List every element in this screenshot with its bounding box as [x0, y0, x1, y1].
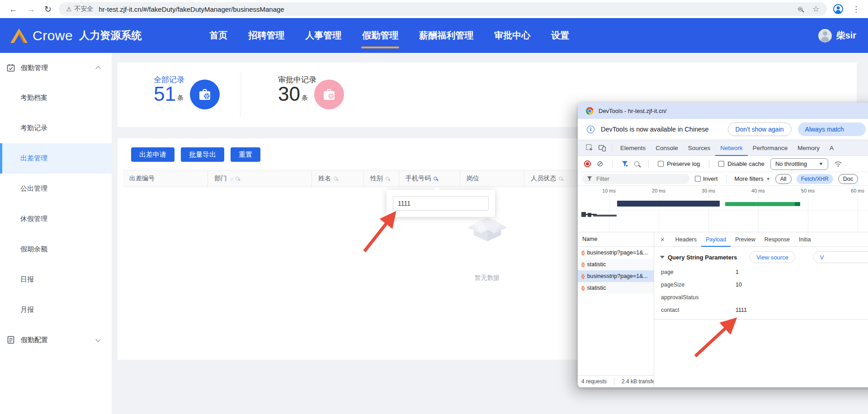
filter-type-fetch-xhr[interactable]: Fetch/XHR: [797, 174, 833, 184]
filter-type-all[interactable]: All: [775, 174, 792, 184]
preserve-log-label: Preserve log: [667, 160, 700, 167]
clear-icon[interactable]: ⊘: [597, 160, 603, 168]
col-phone-label: 手机号码: [406, 174, 431, 183]
document-icon: [6, 335, 15, 344]
phone-filter-input[interactable]: [393, 196, 489, 211]
address-bar[interactable]: ⚠ 不安全 hr-test.zjf-it.cn/#/fakeDuty/fakeD…: [59, 2, 827, 16]
filter-type-doc[interactable]: Doc: [838, 174, 858, 184]
search-icon[interactable]: [634, 161, 639, 166]
throttling-select[interactable]: No throttling ▼: [770, 158, 828, 170]
devtools-tabbar: Elements Console Sources Network Perform…: [578, 140, 868, 156]
sort-icon[interactable]: ↓↑: [230, 176, 233, 181]
request-row[interactable]: {} businesstrip?page=1&...: [578, 247, 654, 259]
collapse-caret-icon[interactable]: [660, 256, 665, 259]
chrome-profile-icon[interactable]: [833, 4, 843, 14]
dont-show-again-button[interactable]: Don't show again: [728, 122, 792, 136]
browser-menu-icon[interactable]: ⋮: [852, 5, 860, 14]
request-name-header[interactable]: Name: [578, 232, 654, 247]
tab-application[interactable]: A: [825, 140, 839, 156]
request-row[interactable]: {} statistic: [578, 282, 654, 294]
sidebar-group-attendance[interactable]: 假勤管理: [0, 53, 112, 83]
close-icon[interactable]: ×: [654, 235, 671, 243]
nav-approval[interactable]: 审批中心: [494, 29, 530, 42]
stat-pending-unit: 条: [302, 94, 308, 102]
sidebar-item-daily-report[interactable]: 日报: [0, 264, 112, 295]
top-nav: 首页 招聘管理 人事管理 假勤管理 薪酬福利管理 审批中心 设置: [209, 29, 569, 42]
tab-performance[interactable]: Performance: [748, 140, 793, 156]
tab-memory[interactable]: Memory: [793, 140, 825, 156]
user-menu[interactable]: 柴sir: [818, 29, 856, 42]
always-match-button[interactable]: Always match: [798, 122, 866, 136]
nav-settings[interactable]: 设置: [551, 29, 569, 42]
request-details-panel: × Headers Payload Preview Response Initi…: [654, 232, 868, 387]
request-row-selected[interactable]: {} businesstrip?page=1&...: [578, 270, 654, 282]
column-search-icon[interactable]: [334, 177, 337, 180]
stat-total-unit: 条: [177, 94, 184, 102]
col-staff-status-label: 人员状态: [531, 174, 556, 183]
nav-recruit[interactable]: 招聘管理: [248, 29, 284, 42]
tab-response[interactable]: Response: [760, 232, 794, 247]
tab-sources[interactable]: Sources: [683, 140, 716, 156]
sidebar-item-business-trip[interactable]: 出差管理: [0, 143, 112, 174]
record-icon[interactable]: [584, 160, 591, 167]
security-chip[interactable]: ⚠ 不安全: [66, 5, 94, 13]
sidebar-item-attendance-records[interactable]: 考勤记录: [0, 113, 112, 143]
column-search-icon[interactable]: [386, 177, 389, 180]
column-search-icon-active[interactable]: [434, 177, 437, 180]
json-braces-icon: {}: [581, 250, 585, 255]
chrome-icon: [586, 107, 594, 115]
view-source-button[interactable]: View source: [750, 251, 795, 263]
tab-console[interactable]: Console: [651, 140, 683, 156]
tab-headers[interactable]: Headers: [671, 232, 701, 247]
sidebar-item-official-out[interactable]: 公出管理: [0, 174, 112, 204]
network-filter-input[interactable]: [596, 175, 673, 182]
reload-icon[interactable]: ↻: [44, 5, 52, 14]
sidebar-item-monthly-report[interactable]: 月报: [0, 295, 112, 325]
forward-icon[interactable]: →: [27, 5, 35, 14]
json-braces-icon: {}: [581, 273, 585, 279]
tab-initiator[interactable]: Initia: [794, 232, 815, 247]
column-search-icon[interactable]: [236, 177, 239, 180]
bookmark-star-icon[interactable]: ☆: [812, 5, 820, 13]
sidebar-group-config[interactable]: 假勤配置: [0, 325, 112, 355]
sidebar-item-leave[interactable]: 休假管理: [0, 204, 112, 234]
disable-cache-checkbox[interactable]: [718, 161, 724, 167]
inspect-element-icon[interactable]: [585, 144, 594, 152]
brand-name: Crowe: [33, 28, 73, 43]
back-icon[interactable]: ←: [9, 5, 18, 14]
view-decoded-button[interactable]: V: [813, 251, 868, 263]
param-row: page 1: [654, 266, 868, 278]
reset-button[interactable]: 重置: [231, 147, 260, 162]
sidebar-item-attendance-archive[interactable]: 考勤档案: [0, 83, 112, 113]
tab-preview[interactable]: Preview: [731, 232, 760, 247]
devtools-titlebar[interactable]: DevTools - hr-test.zjf-it.cn/: [578, 103, 868, 119]
tab-elements[interactable]: Elements: [615, 140, 651, 156]
filter-funnel-icon: [587, 176, 593, 182]
timeline-tick: 20 ms: [645, 188, 672, 193]
filter-funnel-icon[interactable]: [622, 160, 628, 167]
divider: [612, 160, 613, 168]
tab-payload[interactable]: Payload: [701, 232, 731, 247]
request-row[interactable]: {} statistic: [578, 259, 654, 270]
device-toolbar-icon[interactable]: [598, 144, 606, 152]
batch-export-button[interactable]: 批量导出: [181, 147, 224, 162]
sidebar-item-leave-balance[interactable]: 假期余额: [0, 234, 112, 264]
calendar-icon: [6, 63, 15, 72]
network-conditions-icon[interactable]: [834, 160, 842, 168]
invert-checkbox[interactable]: [695, 176, 701, 182]
network-filter-field[interactable]: [582, 174, 690, 184]
nav-attendance[interactable]: 假勤管理: [362, 29, 398, 42]
apply-trip-button[interactable]: 出差申请: [131, 147, 175, 162]
more-filters-button[interactable]: More filters ▼: [735, 175, 770, 182]
nav-hr[interactable]: 人事管理: [305, 29, 341, 42]
preserve-log-checkbox[interactable]: [658, 161, 664, 167]
tab-network[interactable]: Network: [715, 140, 748, 156]
sidebar: 假勤管理 考勤档案 考勤记录 出差管理 公出管理 休假管理 假期余额 日报 月报…: [0, 53, 112, 414]
network-timeline[interactable]: 10 ms 20 ms 30 ms 40 ms 50 ms 60 ms: [578, 186, 868, 232]
nav-payroll[interactable]: 薪酬福利管理: [419, 29, 473, 42]
zoom-icon[interactable]: [798, 7, 802, 11]
col-name: 姓名: [312, 170, 364, 187]
column-search-icon[interactable]: [559, 177, 562, 180]
chevron-up-icon: [95, 66, 100, 71]
nav-home[interactable]: 首页: [209, 29, 227, 42]
